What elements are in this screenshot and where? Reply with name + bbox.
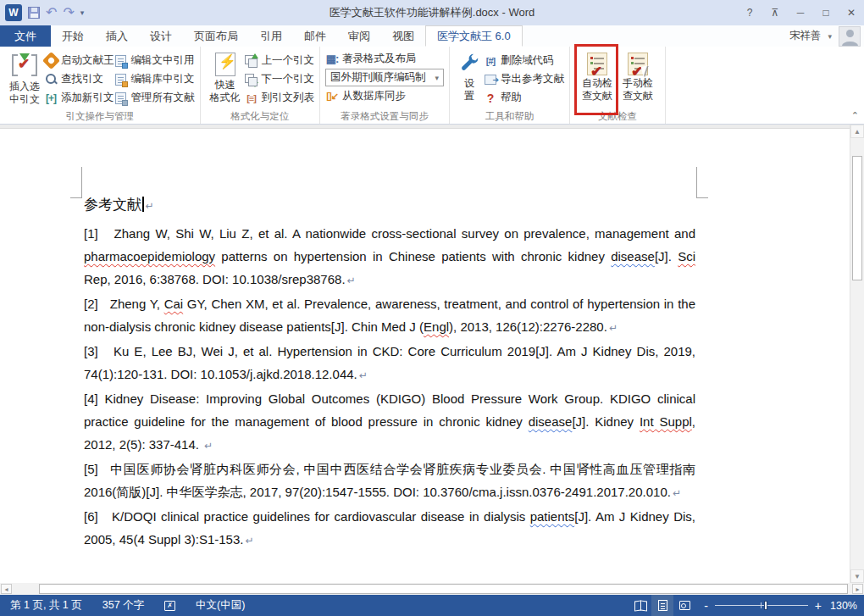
ribbon-group-citation-management: ✔ 插入选 中引文 启动文献王 查找引文 [+] 添加新引文 编辑文中引用 [0,47,201,124]
reference-paragraph[interactable]: [1] Zhang W, Shi W, Liu Z, et al. A nati… [84,222,695,292]
customize-qat-icon[interactable]: ▾ [80,8,85,17]
scroll-right-icon[interactable]: ▸ [852,584,863,594]
next-citation-button[interactable]: 下一个引文 [245,72,315,86]
manage-references-icon [115,92,126,104]
text-run: pharmacoepidemiology [84,249,215,264]
tab-insert[interactable]: 插入 [95,25,139,47]
goto-citation-list-label: 到引文列表 [262,91,315,105]
search-icon [45,73,58,86]
text-cursor [142,197,144,212]
paragraph-mark: ↵ [146,200,154,212]
bibliography-style-dropdown[interactable]: 国外期刊顺序编码制 ▾ [325,69,444,86]
tab-mailings[interactable]: 邮件 [293,25,337,47]
auto-check-icon: ✔ [587,53,607,75]
user-dropdown-icon[interactable]: ▾ [828,32,832,41]
tab-review[interactable]: 审阅 [337,25,381,47]
read-mode-icon [634,601,647,610]
manual-check-references-button[interactable]: ✔ 手动检 查文献 [619,52,656,103]
vertical-scrollbar[interactable]: ▲ ▼ [850,125,864,583]
scroll-down-icon[interactable]: ▼ [850,569,864,583]
previous-citation-button[interactable]: 上一个引文 [245,53,315,68]
tab-view[interactable]: 视图 [381,25,425,47]
tab-medical-reference-king[interactable]: 医学文献王 6.0 [425,25,523,47]
ribbon-group-format-locate: ⚡ 快速 格式化 上一个引文 下一个引文 [≡] 到引文列表 格式化与定位 [201,47,321,124]
edit-library-citation-button[interactable]: 编辑库中引文 [114,72,195,86]
goto-citation-list-button[interactable]: [≡] 到引文列表 [245,91,315,105]
web-layout-button[interactable] [673,595,695,616]
delete-field-codes-icon: [#] [484,54,497,68]
vertical-scrollbar-thumb[interactable] [852,156,862,280]
scroll-up-icon[interactable]: ▲ [850,125,864,138]
launch-reference-king-button[interactable]: 启动文献王 [44,53,114,68]
read-mode-button[interactable] [629,595,651,616]
close-icon[interactable]: ✕ [839,0,864,25]
reference-paragraph[interactable]: [3] Ku E, Lee BJ, Wei J, et al. Hyperten… [84,340,695,387]
status-bar: 第 1 页, 共 1 页 357 个字 ✗ 中文(中国) - + 130% [0,595,864,616]
collapse-ribbon-icon[interactable]: ⌃ [851,110,859,121]
ribbon-display-options-icon[interactable]: ⊼ [762,0,788,25]
tab-references[interactable]: 引用 [249,25,293,47]
redo-icon[interactable]: ↷ [63,6,74,19]
reference-paragraph[interactable]: [2] Zheng Y, Cai GY, Chen XM, et al. Pre… [84,292,695,340]
citation-list-icon: [≡] [245,92,258,105]
zoom-out-button[interactable]: - [704,599,708,613]
page-number-indicator[interactable]: 第 1 页, 共 1 页 [0,598,92,613]
reference-paragraph[interactable]: [4] Kidney Disease: Improving Global Out… [84,387,695,458]
export-references-button[interactable]: 导出参考文献 [484,72,564,86]
bibliography-style-value: 国外期刊顺序编码制 [330,70,426,85]
sync-from-database-button[interactable]: []↙ 从数据库同步 [325,89,444,103]
save-icon[interactable] [28,7,40,19]
word-count-indicator[interactable]: 357 个字 [92,598,154,613]
window-title: 医学文献王软件功能讲解样例.docx - Word [0,0,864,25]
zoom-level-indicator[interactable]: 130% [830,600,864,612]
minimize-icon[interactable]: ─ [788,0,813,25]
auto-check-references-button[interactable]: ✔ 自动检 查文献 [579,52,616,103]
ribbon-group-bibliography-style: ▦: 著录格式及布局 国外期刊顺序编码制 ▾ []↙ 从数据库同步 著录格式设置… [320,47,450,124]
word-app-icon[interactable]: W [5,4,22,21]
insert-selected-citation-button[interactable]: ✔ 插入选 中引文 [5,52,44,106]
quick-format-button[interactable]: ⚡ 快速 格式化 [206,52,245,104]
group-name-citation-management: 引文操作与管理 [0,110,200,123]
add-citation-label: 添加新引文 [61,91,114,105]
insert-selected-citation-label-2: 中引文 [9,93,40,106]
print-layout-button[interactable] [651,595,673,616]
find-citation-label: 查找引文 [61,72,103,86]
tab-page-layout[interactable]: 页面布局 [183,25,249,47]
zoom-slider[interactable] [715,601,808,610]
quick-format-icon: ⚡ [215,53,235,76]
reference-paragraph[interactable]: [5] 中国医师协会肾脏内科医师分会, 中国中西医结合学会肾脏疾病专业委员会. … [84,458,695,505]
language-indicator[interactable]: 中文(中国) [186,598,255,613]
document-canvas[interactable]: 参考文献↵ [1] Zhang W, Shi W, Liu Z, et al. … [0,125,850,583]
references-heading[interactable]: 参考文献↵ [84,195,695,214]
horizontal-scrollbar[interactable]: ◂ ▸ [0,583,864,595]
text-run: Rep, 2016, 6:38768. DOI: 10.1038/srep387… [84,272,346,286]
maximize-icon[interactable]: □ [813,0,839,25]
zoom-slider-thumb[interactable] [764,601,767,610]
find-citation-button[interactable]: 查找引文 [44,72,114,86]
help-button[interactable]: ? 帮助 [484,91,564,105]
edit-intext-citation-button[interactable]: 编辑文中引用 [114,53,195,68]
signed-in-user[interactable]: 宋祥善 [789,29,822,43]
ribbon: ✔ 插入选 中引文 启动文献王 查找引文 [+] 添加新引文 编辑文中引用 [0,47,864,125]
edit-library-citation-icon [115,74,126,86]
tab-design[interactable]: 设计 [139,25,183,47]
proofing-status-icon[interactable]: ✗ [154,601,186,611]
delete-field-codes-button[interactable]: [#] 删除域代码 [484,53,564,68]
bibliography-style-layout-button[interactable]: ▦: 著录格式及布局 [325,52,444,66]
add-new-citation-button[interactable]: [+] 添加新引文 [44,91,114,105]
user-avatar[interactable] [839,26,861,47]
scroll-left-icon[interactable]: ◂ [1,584,12,594]
manage-all-references-button[interactable]: 管理所有文献 [114,91,195,105]
settings-button[interactable]: 设 置 [455,52,484,103]
zoom-in-button[interactable]: + [815,599,822,613]
tab-home[interactable]: 开始 [51,25,95,47]
text-run: Engl [424,319,449,334]
undo-icon[interactable]: ↶ [46,6,57,19]
add-citation-icon: [+] [44,92,58,105]
reference-paragraph[interactable]: [6] K/DOQI clinical practice guidelines … [84,505,695,552]
export-references-icon [485,75,496,85]
tab-file[interactable]: 文件 [0,25,51,47]
horizontal-scrollbar-thumb[interactable] [39,584,848,594]
help-icon[interactable]: ? [737,0,762,25]
text-run: [J]. [655,249,678,264]
